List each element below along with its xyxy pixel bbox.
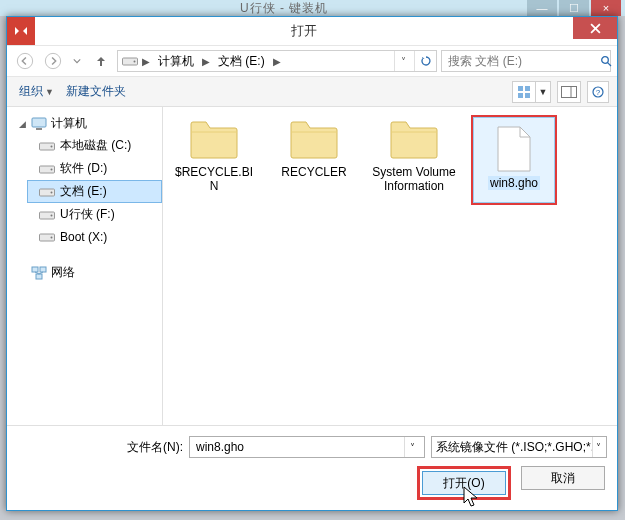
- open-button-label: 打开(O): [443, 475, 484, 492]
- address-bar[interactable]: ▶ 计算机 ▶ 文档 (E:) ▶ ˅: [117, 50, 437, 72]
- chevron-down-icon: ▼: [536, 87, 550, 97]
- svg-rect-27: [40, 267, 46, 272]
- drive-icon: [39, 138, 55, 154]
- app-icon: [7, 17, 35, 45]
- tree-node-computer[interactable]: ◢ 计算机: [7, 113, 162, 134]
- file-list-pane[interactable]: $RECYCLE.BINRECYCLERSystem Volume Inform…: [163, 107, 617, 425]
- computer-icon: [31, 116, 47, 132]
- refresh-button[interactable]: [414, 51, 436, 71]
- arrow-left-icon: [16, 52, 34, 70]
- svg-rect-26: [32, 267, 38, 272]
- svg-point-23: [51, 214, 53, 216]
- file-icon: [485, 126, 543, 172]
- svg-point-0: [17, 53, 32, 68]
- close-button[interactable]: [573, 17, 617, 39]
- svg-rect-8: [518, 93, 523, 98]
- chevron-down-icon[interactable]: ˅: [404, 437, 420, 457]
- new-folder-button[interactable]: 新建文件夹: [62, 81, 130, 102]
- nav-up-button[interactable]: [89, 49, 113, 73]
- folder-icon: [185, 115, 243, 161]
- nav-forward-button[interactable]: [41, 49, 65, 73]
- tree-label-computer: 计算机: [51, 115, 87, 132]
- filter-text: 系统镜像文件 (*.ISO;*.GHO;*.WIM): [436, 439, 592, 456]
- view-icons-icon: [513, 85, 535, 99]
- cancel-button[interactable]: 取消: [521, 466, 605, 490]
- close-icon: [590, 23, 601, 34]
- tree-drive-label: U行侠 (F:): [60, 206, 115, 223]
- bg-minimize-button: —: [527, 0, 557, 16]
- file-name-label: System Volume Information: [371, 165, 457, 194]
- bg-maximize-button: ☐: [559, 0, 589, 16]
- chevron-down-icon[interactable]: ˅: [592, 437, 604, 457]
- folder-icon: [285, 115, 343, 161]
- svg-rect-15: [36, 128, 42, 130]
- open-file-dialog: 打开 ▶ 计算机: [6, 16, 618, 511]
- svg-point-17: [51, 145, 53, 147]
- folder-tile[interactable]: $RECYCLE.BIN: [171, 115, 257, 194]
- tree-label-network: 网络: [51, 264, 75, 281]
- svg-rect-14: [32, 118, 46, 127]
- filename-label: 文件名(N):: [127, 439, 183, 456]
- nav-back-button[interactable]: [13, 49, 37, 73]
- cancel-button-label: 取消: [551, 470, 575, 487]
- refresh-icon: [420, 55, 432, 67]
- caret-down-icon: ◢: [17, 119, 27, 129]
- svg-rect-28: [36, 274, 42, 279]
- tree-drive-label: Boot (X:): [60, 230, 107, 244]
- view-mode-button[interactable]: ▼: [512, 81, 551, 103]
- tree-drive-label: 软件 (D:): [60, 160, 107, 177]
- nav-recent-dropdown[interactable]: [69, 49, 85, 73]
- search-icon: [600, 55, 612, 67]
- breadcrumb-drive[interactable]: 文档 (E:): [214, 53, 269, 70]
- drive-icon: [122, 53, 138, 69]
- svg-point-4: [602, 57, 609, 64]
- navigation-pane: ◢ 计算机 本地磁盘 (C:)软件 (D:)文档 (E:)U行侠 (F:)Boo…: [7, 107, 163, 425]
- filename-input[interactable]: [194, 439, 404, 455]
- tree-drive-label: 文档 (E:): [60, 183, 107, 200]
- preview-pane-button[interactable]: [557, 81, 581, 103]
- tree-node-drive[interactable]: U行侠 (F:): [27, 203, 162, 226]
- folder-tile[interactable]: System Volume Information: [371, 115, 457, 194]
- organize-menu[interactable]: 组织 ▼: [15, 81, 58, 102]
- breadcrumb-sep-icon: ▶: [200, 56, 212, 67]
- svg-rect-9: [525, 93, 530, 98]
- file-name-label: $RECYCLE.BIN: [171, 165, 257, 194]
- svg-rect-6: [518, 86, 523, 91]
- drive-icon: [39, 161, 55, 177]
- network-icon: [31, 265, 47, 281]
- file-name-label: RECYCLER: [281, 165, 346, 179]
- svg-line-5: [608, 63, 611, 66]
- chevron-down-icon: [73, 57, 81, 65]
- preview-pane-icon: [558, 86, 580, 98]
- address-history-dropdown[interactable]: ˅: [394, 51, 412, 71]
- tree-node-network[interactable]: ▶ 网络: [7, 262, 162, 283]
- tree-node-drive[interactable]: 文档 (E:): [27, 180, 162, 203]
- organize-label: 组织: [19, 83, 43, 100]
- dialog-title: 打开: [35, 22, 573, 40]
- tree-node-drive[interactable]: Boot (X:): [27, 226, 162, 248]
- svg-point-1: [45, 53, 60, 68]
- help-button[interactable]: ?: [587, 81, 609, 103]
- folder-tile[interactable]: RECYCLER: [271, 115, 357, 179]
- svg-rect-10: [562, 86, 577, 97]
- tree-node-drive[interactable]: 软件 (D:): [27, 157, 162, 180]
- svg-point-21: [51, 191, 53, 193]
- open-button[interactable]: 打开(O): [422, 471, 506, 495]
- breadcrumb-sep-icon: ▶: [140, 56, 152, 67]
- drive-icon: [39, 207, 55, 223]
- arrow-up-icon: [94, 54, 108, 68]
- breadcrumb-computer[interactable]: 计算机: [154, 53, 198, 70]
- arrow-right-icon: [44, 52, 62, 70]
- filename-combobox[interactable]: ˅: [189, 436, 425, 458]
- help-icon: ?: [592, 86, 604, 98]
- search-input[interactable]: [446, 53, 600, 69]
- open-button-highlight: 打开(O): [417, 466, 511, 500]
- drive-icon: [39, 229, 55, 245]
- tree-node-drive[interactable]: 本地磁盘 (C:): [27, 134, 162, 157]
- file-tile[interactable]: win8.gho: [471, 115, 557, 205]
- tree-drive-label: 本地磁盘 (C:): [60, 137, 131, 154]
- file-type-filter[interactable]: 系统镜像文件 (*.ISO;*.GHO;*.WIM) ˅: [431, 436, 607, 458]
- search-box[interactable]: [441, 50, 611, 72]
- file-name-label: win8.gho: [488, 176, 540, 190]
- svg-point-25: [51, 237, 53, 239]
